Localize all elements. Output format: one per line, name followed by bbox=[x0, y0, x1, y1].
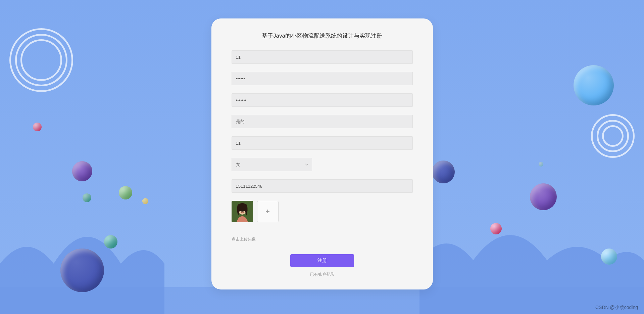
register-button[interactable]: 注册 bbox=[290, 254, 354, 267]
decorative-ball bbox=[490, 223, 502, 234]
decorative-ball bbox=[142, 198, 148, 204]
decorative-ball bbox=[119, 186, 132, 199]
username-input[interactable] bbox=[232, 50, 413, 64]
decorative-ball bbox=[530, 183, 557, 210]
decorative-rings-icon bbox=[591, 114, 635, 158]
svg-point-4 bbox=[243, 209, 244, 210]
svg-point-3 bbox=[240, 209, 241, 210]
svg-rect-0 bbox=[0, 287, 644, 314]
realname-input[interactable] bbox=[232, 115, 413, 128]
decorative-ball bbox=[33, 123, 42, 131]
upload-hint: 点击上传头像 bbox=[232, 236, 413, 242]
decorative-ball bbox=[574, 65, 614, 105]
decorative-ball bbox=[60, 249, 104, 292]
password-input[interactable] bbox=[232, 72, 413, 85]
avatar-preview[interactable] bbox=[232, 201, 253, 222]
decorative-rings-icon bbox=[9, 28, 73, 92]
decorative-ball bbox=[83, 193, 91, 202]
password-confirm-input[interactable] bbox=[232, 93, 413, 107]
plus-icon: + bbox=[265, 207, 270, 216]
phone-input[interactable] bbox=[232, 179, 413, 193]
decorative-ball bbox=[539, 162, 543, 167]
decorative-ball bbox=[104, 235, 117, 249]
age-input[interactable] bbox=[232, 136, 413, 150]
page-title: 基于Java的小区物流配送系统的设计与实现注册 bbox=[232, 32, 413, 40]
register-card: 基于Java的小区物流配送系统的设计与实现注册 + 点击上传头像 bbox=[211, 18, 433, 289]
login-link[interactable]: 已有账户登录 bbox=[232, 272, 413, 277]
decorative-ball bbox=[72, 161, 92, 181]
gender-select[interactable] bbox=[232, 158, 312, 171]
decorative-ball bbox=[601, 249, 617, 265]
decorative-ball bbox=[432, 161, 455, 183]
watermark: CSDN @小蔡coding bbox=[595, 305, 638, 311]
upload-avatar-button[interactable]: + bbox=[257, 201, 279, 222]
